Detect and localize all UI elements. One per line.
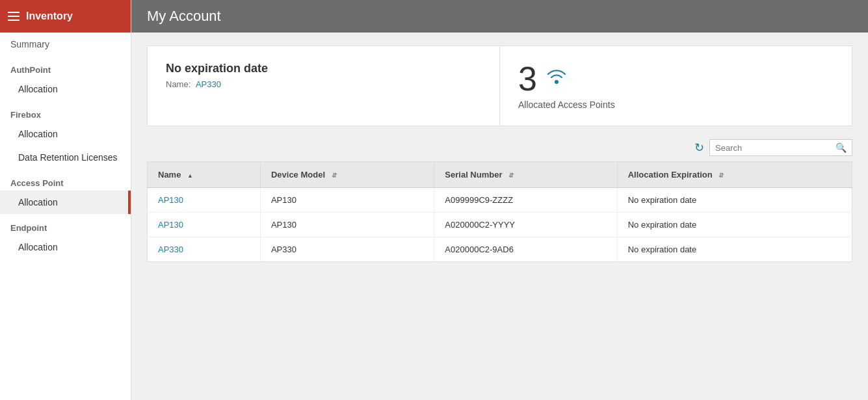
allocated-points-card: 3 Allocated Access Points	[499, 46, 852, 126]
cell-allocation-expiration: No expiration date	[617, 188, 852, 213]
expiration-subtitle: Name: AP330	[166, 79, 481, 89]
name-label: Name:	[166, 79, 191, 89]
expiration-card: No expiration date Name: AP330	[148, 46, 499, 126]
cell-serial-number: A020000C2-YYYY	[434, 213, 617, 237]
col-allocation-expiration[interactable]: Allocation Expiration ⇵	[617, 162, 852, 188]
name-value[interactable]: AP330	[196, 79, 221, 89]
wifi-icon	[545, 65, 568, 93]
cell-device-model: AP130	[260, 188, 434, 213]
table-row: AP130AP130A099999C9-ZZZZNo expiration da…	[148, 188, 852, 213]
sort-serial-icon: ⇵	[508, 172, 514, 179]
sidebar: Inventory Summary AuthPoint Allocation F…	[0, 0, 131, 400]
big-number-row: 3	[518, 62, 834, 96]
main-content: No expiration date Name: AP330 3	[131, 33, 868, 400]
table-controls: ↻ 🔍	[147, 139, 852, 156]
cell-device-model: AP330	[260, 237, 434, 262]
page-title: My Account	[147, 8, 221, 25]
page-header: My Account	[131, 0, 868, 33]
cell-serial-number: A099999C9-ZZZZ	[434, 188, 617, 213]
sidebar-section-access-point: Access Point	[0, 169, 131, 191]
cell-allocation-expiration: No expiration date	[617, 237, 852, 262]
cell-name[interactable]: AP130	[148, 213, 261, 237]
sidebar-section-firebox: Firebox	[0, 101, 131, 122]
col-device-model[interactable]: Device Model ⇵	[260, 162, 434, 188]
sidebar-item-access-point-allocation[interactable]: Allocation	[0, 191, 131, 214]
cell-allocation-expiration: No expiration date	[617, 213, 852, 237]
sidebar-item-endpoint-allocation[interactable]: Allocation	[0, 235, 131, 259]
cell-name[interactable]: AP130	[148, 188, 261, 213]
cell-serial-number: A020000C2-9AD6	[434, 237, 617, 262]
table-row: AP330AP330A020000C2-9AD6No expiration da…	[148, 237, 852, 262]
sort-device-model-icon: ⇵	[332, 172, 337, 179]
sidebar-header[interactable]: Inventory	[0, 0, 131, 33]
hamburger-icon[interactable]	[8, 12, 20, 21]
allocated-description: Allocated Access Points	[518, 100, 834, 110]
sidebar-item-firebox-allocation[interactable]: Allocation	[0, 122, 131, 146]
col-name[interactable]: Name	[148, 162, 261, 188]
search-icon: 🔍	[835, 142, 847, 153]
table-row: AP130AP130A020000C2-YYYYNo expiration da…	[148, 213, 852, 237]
table-header-row: Name Device Model ⇵ Serial Number ⇵ Allo…	[148, 162, 852, 188]
cell-device-model: AP130	[260, 213, 434, 237]
search-input[interactable]	[715, 143, 835, 153]
data-table: Name Device Model ⇵ Serial Number ⇵ Allo…	[147, 161, 852, 262]
sort-name-icon	[187, 172, 193, 179]
sidebar-item-authpoint-allocation[interactable]: Allocation	[0, 77, 131, 101]
col-serial-number[interactable]: Serial Number ⇵	[434, 162, 617, 188]
sort-expiration-icon: ⇵	[718, 172, 724, 179]
search-box: 🔍	[709, 139, 852, 156]
sidebar-title: Inventory	[26, 10, 73, 22]
svg-point-0	[555, 80, 559, 84]
allocated-count: 3	[518, 62, 537, 96]
main-content-area: My Account No expiration date Name: AP33…	[131, 0, 868, 400]
sidebar-section-authpoint: AuthPoint	[0, 56, 131, 77]
sidebar-item-summary[interactable]: Summary	[0, 33, 131, 56]
sidebar-section-endpoint: Endpoint	[0, 214, 131, 235]
expiration-title: No expiration date	[166, 62, 481, 75]
refresh-icon[interactable]: ↻	[694, 140, 704, 155]
sidebar-item-firebox-data-retention[interactable]: Data Retention Licenses	[0, 146, 131, 169]
summary-cards: No expiration date Name: AP330 3	[147, 46, 852, 126]
cell-name[interactable]: AP330	[148, 237, 261, 262]
